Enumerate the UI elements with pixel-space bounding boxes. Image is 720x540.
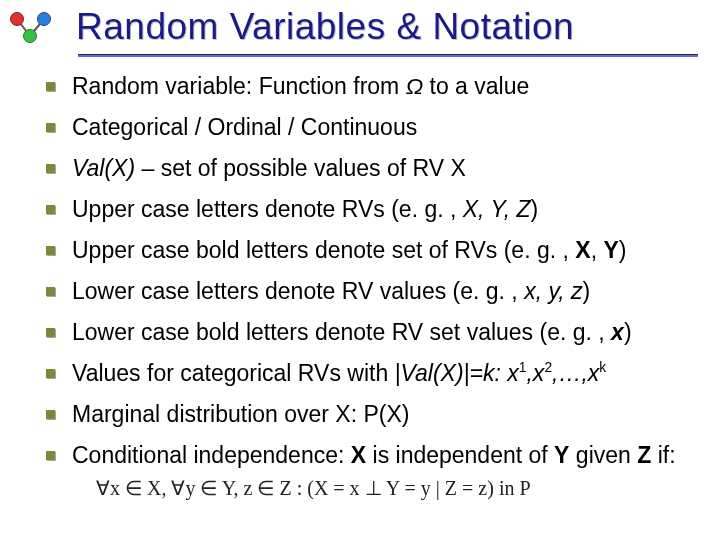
list-item: Upper case letters denote RVs (e. g. , X…: [42, 194, 702, 225]
text: ,…,x: [552, 360, 599, 386]
title-underline: [78, 54, 698, 57]
list-item: Lower case letters denote RV values (e. …: [42, 276, 702, 307]
text: Upper case bold letters denote set of RV…: [72, 237, 575, 263]
text: ): [619, 237, 627, 263]
slide-title: Random Variables & Notation: [76, 6, 574, 48]
bullet-list: Random variable: Function from Ω to a va…: [42, 71, 702, 503]
var-y: Y: [603, 237, 618, 263]
list-item: Categorical / Ordinal / Continuous: [42, 112, 702, 143]
text: ,: [591, 237, 604, 263]
vars: x, y, z: [524, 278, 582, 304]
title-row: Random Variables & Notation: [0, 0, 720, 50]
sup: 2: [544, 361, 552, 376]
content-area: Random variable: Function from Ω to a va…: [0, 71, 720, 503]
graph-nodes-logo-icon: [8, 10, 52, 44]
list-item: Lower case bold letters denote RV set va…: [42, 317, 702, 348]
var-x: X: [575, 237, 590, 263]
list-item: Marginal distribution over X: P(X): [42, 399, 702, 430]
sup: k: [599, 361, 606, 376]
text: to a value: [423, 73, 529, 99]
list-item: Conditional independence: X is independe…: [42, 440, 702, 502]
text: ): [624, 319, 632, 345]
list-item: Random variable: Function from Ω to a va…: [42, 71, 702, 102]
text: given: [569, 442, 637, 468]
text: Categorical / Ordinal / Continuous: [72, 114, 417, 140]
text: ): [583, 278, 591, 304]
var-x: X: [351, 442, 366, 468]
text: ,x: [526, 360, 544, 386]
text: Values for categorical RVs with: [72, 360, 395, 386]
text: Lower case bold letters denote RV set va…: [72, 319, 611, 345]
text: Random variable: Function from: [72, 73, 406, 99]
val-notation: Val(X): [72, 155, 135, 181]
list-item: Val(X) – set of possible values of RV X: [42, 153, 702, 184]
svg-point-4: [24, 30, 37, 43]
text: – set of possible values of RV X: [135, 155, 466, 181]
text: Lower case letters denote RV values (e. …: [72, 278, 524, 304]
list-item: Upper case bold letters denote set of RV…: [42, 235, 702, 266]
text: is independent of: [366, 442, 554, 468]
svg-point-3: [38, 13, 51, 26]
text: Upper case letters denote RVs (e. g. ,: [72, 196, 463, 222]
list-item: Values for categorical RVs with |Val(X)|…: [42, 358, 702, 389]
slide: Random Variables & Notation Random varia…: [0, 0, 720, 540]
val-expr: |Val(X)|=k: x: [395, 360, 519, 386]
text: Marginal distribution over X: P(X): [72, 401, 409, 427]
text: if:: [651, 442, 675, 468]
var-z: Z: [637, 442, 651, 468]
vars: X, Y, Z: [463, 196, 531, 222]
var-y: Y: [554, 442, 569, 468]
var-x: x: [611, 319, 624, 345]
svg-point-2: [11, 13, 24, 26]
text: Conditional independence:: [72, 442, 351, 468]
omega-symbol: Ω: [406, 73, 424, 99]
text: ): [531, 196, 539, 222]
independence-formula: ∀x ∈ X, ∀y ∈ Y, z ∈ Z : (X = x ⊥ Y = y |…: [96, 475, 531, 502]
